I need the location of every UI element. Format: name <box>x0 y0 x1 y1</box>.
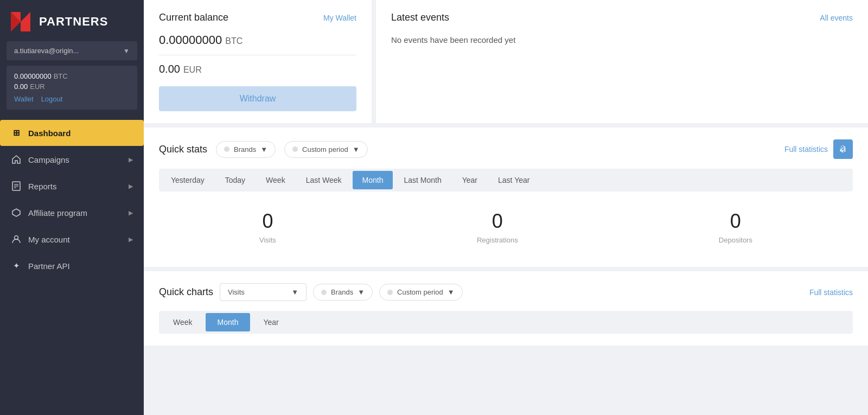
full-statistics-link[interactable]: Full statistics <box>784 145 828 154</box>
sidebar-btc-balance: 0.00000000BTC <box>14 72 130 80</box>
visits-label: Visits <box>259 236 276 244</box>
stat-visits: 0 Visits <box>259 210 276 244</box>
tab-last-year[interactable]: Last Year <box>488 171 539 189</box>
metric-label: Visits <box>228 288 245 296</box>
tab-yesterday[interactable]: Yesterday <box>161 171 214 189</box>
quick-stats-header: Quick stats Brands ▼ Custom period ▼ Ful… <box>159 139 853 159</box>
user-dropdown[interactable]: a.tiutiareva@origin... ▼ <box>7 41 137 60</box>
main-content: Current balance My Wallet 0.00000000BTC … <box>144 0 868 415</box>
brands-chevron-icon: ▼ <box>260 145 267 154</box>
charts-brands-label: Brands <box>331 288 353 296</box>
events-card: Latest events All events No events have … <box>376 0 868 123</box>
period-chevron-icon: ▼ <box>353 145 360 154</box>
tab-week[interactable]: Week <box>256 171 295 189</box>
charts-period-dropdown[interactable]: Custom period ▼ <box>379 284 462 301</box>
sidebar-item-campaigns[interactable]: Campaigns ▶ <box>0 146 144 173</box>
logo-text: PARTNERS <box>39 15 108 29</box>
stats-numbers: 0 Visits 0 Registrations 0 Depositors <box>159 205 853 255</box>
events-card-title: Latest events <box>391 12 449 23</box>
charts-brands-dot <box>321 290 327 295</box>
registrations-value: 0 <box>477 210 518 233</box>
stat-registrations: 0 Registrations <box>477 210 518 244</box>
nav-menu: ⊞ Dashboard Campaigns ▶ <box>0 119 144 279</box>
charts-period-chevron-icon: ▼ <box>448 288 455 296</box>
chevron-right-icon: ▶ <box>129 209 133 216</box>
sidebar-item-label: Affiliate program <box>28 208 87 218</box>
sidebar-item-account[interactable]: My account ▶ <box>0 226 144 252</box>
charts-tab-month[interactable]: Month <box>206 313 251 331</box>
sidebar-item-affiliate[interactable]: Affiliate program ▶ <box>0 200 144 226</box>
quick-charts-title: Quick charts <box>159 286 213 298</box>
chevron-right-icon: ▶ <box>129 236 133 243</box>
no-events-text: No events have been recorded yet <box>391 35 853 44</box>
visits-value: 0 <box>259 210 276 233</box>
api-icon: ✦ <box>11 260 22 271</box>
depositors-value: 0 <box>719 210 752 233</box>
charts-tab-year[interactable]: Year <box>251 313 290 331</box>
balance-links: Wallet Logout <box>14 95 130 103</box>
logo-icon <box>9 10 33 34</box>
user-email: a.tiutiareva@origin... <box>14 47 79 55</box>
depositors-label: Depositors <box>719 236 752 244</box>
reports-icon <box>11 181 22 191</box>
brands-dropdown[interactable]: Brands ▼ <box>216 141 276 158</box>
account-icon <box>11 234 22 245</box>
sidebar-item-api[interactable]: ✦ Partner API <box>0 253 144 279</box>
sidebar-item-label: Dashboard <box>28 129 71 138</box>
period-label: Custom period <box>302 145 348 154</box>
svg-marker-7 <box>12 209 20 216</box>
home-icon <box>11 154 22 165</box>
sidebar-item-label: Partner API <box>28 261 70 271</box>
top-row: Current balance My Wallet 0.00000000BTC … <box>144 0 868 123</box>
tab-last-week[interactable]: Last Week <box>296 171 352 189</box>
charts-period-label: Custom period <box>397 288 443 296</box>
sidebar-item-reports[interactable]: Reports ▶ <box>0 173 144 199</box>
chevron-right-icon: ▶ <box>129 156 133 163</box>
withdraw-button[interactable]: Withdraw <box>159 86 356 111</box>
quick-stats-title: Quick stats <box>159 144 207 155</box>
charts-full-statistics-link[interactable]: Full statistics <box>809 288 853 297</box>
btc-balance: 0.00000000BTC <box>159 33 356 55</box>
sidebar-logo: PARTNERS <box>0 0 144 41</box>
metric-dropdown[interactable]: Visits ▼ <box>220 283 307 301</box>
tab-month[interactable]: Month <box>353 171 393 189</box>
charts-period-dot <box>387 290 393 295</box>
sidebar-item-dashboard[interactable]: ⊞ Dashboard <box>0 120 144 146</box>
sidebar-item-label: Campaigns <box>28 155 69 164</box>
settings-button[interactable] <box>833 139 853 159</box>
period-dot <box>292 146 298 152</box>
chevron-down-icon: ▼ <box>123 47 130 55</box>
chevron-right-icon: ▶ <box>129 183 133 190</box>
period-tabs: Yesterday Today Week Last Week Month Las… <box>159 169 853 191</box>
sidebar: PARTNERS a.tiutiareva@origin... ▼ 0.0000… <box>0 0 144 415</box>
sidebar-item-label: Reports <box>28 182 57 191</box>
logout-link[interactable]: Logout <box>41 95 63 103</box>
all-events-link[interactable]: All events <box>820 14 853 22</box>
charts-tab-week[interactable]: Week <box>161 313 205 331</box>
balance-card-title: Current balance <box>159 12 228 23</box>
affiliate-icon <box>11 207 22 218</box>
dashboard-icon: ⊞ <box>11 127 22 138</box>
events-card-header: Latest events All events <box>391 12 853 23</box>
wallet-link[interactable]: Wallet <box>14 95 34 103</box>
sidebar-item-label: My account <box>28 235 70 244</box>
balance-card-header: Current balance My Wallet <box>159 12 356 23</box>
charts-period-tabs: Week Month Year <box>159 311 853 334</box>
my-wallet-link[interactable]: My Wallet <box>323 14 356 22</box>
eur-balance: 0.00EUR <box>159 63 356 75</box>
metric-chevron-icon: ▼ <box>291 288 298 296</box>
balance-card: Current balance My Wallet 0.00000000BTC … <box>144 0 372 123</box>
tab-last-month[interactable]: Last Month <box>394 171 451 189</box>
registrations-label: Registrations <box>477 236 518 244</box>
charts-brands-chevron-icon: ▼ <box>358 288 365 296</box>
brands-label: Brands <box>234 145 256 154</box>
tab-year[interactable]: Year <box>452 171 487 189</box>
charts-brands-dropdown[interactable]: Brands ▼ <box>313 284 373 301</box>
gear-icon <box>839 145 847 154</box>
quick-charts-header: Quick charts Visits ▼ Brands ▼ Custom pe… <box>159 283 853 301</box>
period-dropdown[interactable]: Custom period ▼ <box>284 141 367 158</box>
brands-dot <box>224 146 229 152</box>
tab-today[interactable]: Today <box>215 171 255 189</box>
stat-depositors: 0 Depositors <box>719 210 752 244</box>
sidebar-eur-balance: 0.00EUR <box>14 82 130 91</box>
